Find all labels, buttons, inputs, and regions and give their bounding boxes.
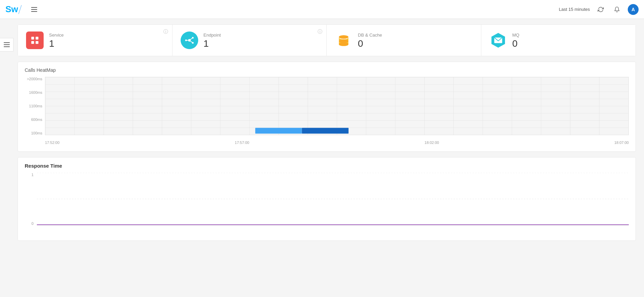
header-right: Last 15 minutes A bbox=[559, 4, 639, 15]
db-card-info: DB & Cache 0 bbox=[358, 33, 382, 48]
mq-card-icon bbox=[489, 31, 507, 49]
heatmap-x-axis: 17:52:00 17:57:00 18:02:00 18:07:00 bbox=[45, 136, 629, 145]
service-card-icon bbox=[26, 31, 44, 49]
service-info-icon[interactable]: ⓘ bbox=[163, 29, 168, 35]
svg-point-5 bbox=[185, 40, 187, 41]
db-card[interactable]: DB & Cache 0 bbox=[327, 25, 481, 56]
y-label-0: >2000ms bbox=[27, 77, 42, 81]
svg-rect-44 bbox=[255, 128, 302, 134]
response-time-section: Response Time 1 0 bbox=[18, 157, 636, 241]
logo: Sw⧸ bbox=[5, 4, 22, 15]
svg-point-6 bbox=[192, 37, 193, 39]
endpoint-info-icon[interactable]: ⓘ bbox=[318, 29, 322, 35]
main-menu-icon[interactable] bbox=[31, 7, 37, 12]
y-label-4: 100ms bbox=[31, 131, 42, 135]
db-card-label: DB & Cache bbox=[358, 33, 382, 38]
svg-point-13 bbox=[339, 42, 348, 46]
db-card-icon bbox=[335, 31, 352, 49]
notification-button[interactable] bbox=[612, 4, 622, 15]
heatmap-container: >2000ms 1600ms 1100ms 600ms 100ms bbox=[25, 77, 629, 145]
user-avatar[interactable]: A bbox=[628, 4, 639, 15]
heatmap-grid-area bbox=[45, 77, 629, 135]
response-chart-title: Response Time bbox=[25, 163, 629, 169]
service-card-info: Service 1 bbox=[49, 33, 64, 48]
svg-rect-1 bbox=[36, 37, 38, 40]
heatmap-y-axis: >2000ms 1600ms 1100ms 600ms 100ms bbox=[25, 77, 45, 135]
svg-point-7 bbox=[192, 42, 193, 44]
refresh-button[interactable] bbox=[595, 4, 606, 15]
main-content: Service 1 ⓘ bbox=[0, 19, 644, 297]
endpoint-card-value: 1 bbox=[204, 39, 221, 48]
svg-line-9 bbox=[190, 38, 192, 40]
y-label-3: 600ms bbox=[31, 118, 42, 122]
time-range-label: Last 15 minutes bbox=[559, 7, 590, 12]
svg-rect-2 bbox=[31, 41, 34, 44]
service-card[interactable]: Service 1 ⓘ bbox=[18, 25, 172, 56]
response-chart-area: 1 0 bbox=[25, 173, 629, 234]
mq-card-info: MQ 0 bbox=[512, 33, 520, 48]
svg-rect-45 bbox=[302, 128, 349, 134]
x-label-2: 18:02:00 bbox=[424, 141, 439, 145]
x-label-3: 18:07:00 bbox=[614, 141, 629, 145]
response-y-label-0: 0 bbox=[31, 221, 33, 226]
y-label-1: 1600ms bbox=[29, 90, 42, 94]
heatmap-section: Calls HeatMap >2000ms 1600ms 1100ms 600m… bbox=[18, 62, 636, 152]
svg-rect-3 bbox=[36, 41, 38, 44]
mq-card-value: 0 bbox=[512, 39, 520, 48]
db-card-value: 0 bbox=[358, 39, 382, 48]
sidebar-toggle[interactable] bbox=[0, 38, 14, 51]
svg-point-11 bbox=[339, 35, 348, 39]
header: Sw⧸ Last 15 minutes A bbox=[0, 0, 644, 19]
endpoint-card-icon bbox=[181, 31, 198, 49]
response-chart-inner bbox=[37, 173, 629, 226]
service-card-label: Service bbox=[49, 33, 64, 38]
svg-rect-0 bbox=[31, 37, 34, 40]
response-y-label-1: 1 bbox=[31, 173, 33, 177]
x-label-1: 17:57:00 bbox=[235, 141, 249, 145]
y-label-2: 1100ms bbox=[29, 104, 42, 108]
heatmap-title: Calls HeatMap bbox=[25, 67, 629, 73]
service-card-value: 1 bbox=[49, 39, 64, 48]
endpoint-card[interactable]: Endpoint 1 ⓘ bbox=[172, 25, 327, 56]
x-label-0: 17:52:00 bbox=[45, 141, 60, 145]
logo-text: Sw⧸ bbox=[5, 4, 22, 15]
svg-line-10 bbox=[190, 41, 192, 42]
mq-card-label: MQ bbox=[512, 33, 520, 38]
mq-card[interactable]: MQ 0 bbox=[481, 25, 636, 56]
endpoint-card-label: Endpoint bbox=[204, 33, 221, 38]
endpoint-card-info: Endpoint 1 bbox=[204, 33, 221, 48]
response-y-axis: 1 0 bbox=[25, 173, 35, 226]
summary-cards: Service 1 ⓘ bbox=[18, 24, 636, 56]
